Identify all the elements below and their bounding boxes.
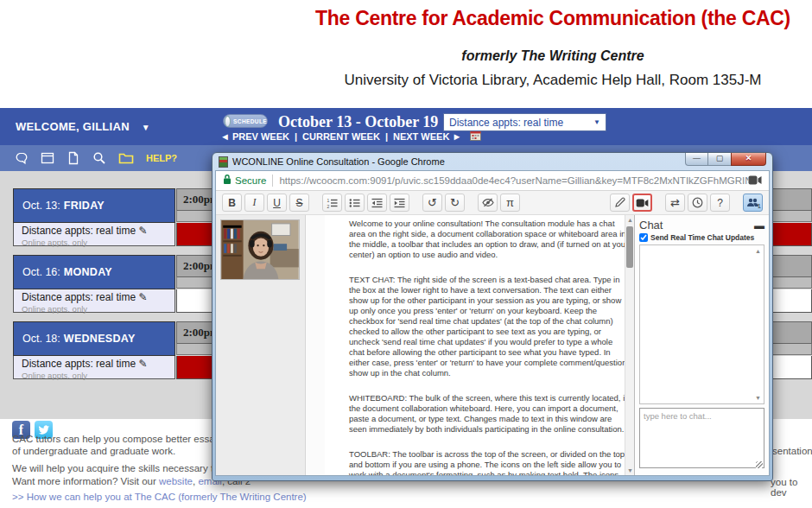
outdent-button[interactable] [367, 194, 387, 212]
scroll-up-icon[interactable]: ▲ [753, 248, 763, 254]
page-header: The Centre for Academic Communication (t… [294, 0, 812, 89]
video-camera-button[interactable] [632, 194, 652, 212]
window-title: WCONLINE Online Consultation - Google Ch… [232, 156, 445, 167]
document-icon[interactable] [67, 151, 80, 165]
day-header-friday: Oct. 13:FRIDAY [13, 188, 175, 223]
wb-line: 2 [344, 264, 631, 274]
participants-button[interactable]: 1 [743, 194, 763, 212]
undo-button[interactable]: ↺ [422, 194, 442, 212]
indent-button[interactable] [390, 194, 409, 212]
whiteboard-text[interactable]: 1Welcome to your online consultation! Th… [344, 215, 634, 475]
cac-help-link[interactable]: >> How we can help you at The CAC (forme… [12, 492, 307, 502]
redo-button[interactable]: ↻ [445, 194, 465, 212]
footer-text-2-fragment: sentations [772, 446, 812, 456]
chat-panel: Chat ▬ Send Real Time Chat Updates ▲ ▼ [634, 215, 769, 475]
realtime-updates-checkbox[interactable] [639, 233, 648, 242]
next-week-link[interactable]: NEXT WEEK ► [393, 131, 461, 142]
week-range-label: October 13 - October 19 [278, 113, 438, 131]
wconline-window: WCONLINE Online Consultation - Google Ch… [212, 152, 773, 481]
appt-row-monday[interactable]: Distance appts: real time ✎ Online appts… [13, 289, 175, 313]
scroll-down-icon[interactable]: ▼ [625, 467, 634, 473]
separator: | [385, 131, 388, 142]
edit-pencil-icon[interactable]: ✎ [138, 291, 147, 303]
underline-button[interactable]: U [267, 194, 287, 212]
page-title: The Centre for Academic Communication (t… [294, 7, 812, 30]
bold-button[interactable]: B [222, 194, 242, 212]
wb-line: 3TEXT CHAT: The right side of the screen… [344, 274, 631, 382]
editor-toolbar: B I U S 12 ↺ ↻ π ⇄ ? [216, 191, 769, 215]
import-export-button[interactable]: ⇄ [665, 194, 685, 212]
footer-text-4-fragment: you to dev [771, 477, 812, 498]
calendar-picker-icon[interactable] [470, 130, 481, 143]
wb-line: 4 [344, 382, 631, 392]
day-header-monday: Oct. 16:MONDAY [13, 255, 175, 289]
help-link[interactable]: HELP? [146, 153, 177, 163]
week-navigation: ◄ PREV WEEK | CURRENT WEEK | NEXT WEEK ► [220, 130, 481, 143]
page-subtitle: formerly The Writing Centre [294, 48, 812, 64]
bullet-list-button[interactable] [345, 194, 365, 212]
whiteboard-area[interactable]: 1Welcome to your online consultation! Th… [306, 215, 634, 475]
consultation-main: 1Welcome to your online consultation! Th… [216, 215, 769, 475]
lock-icon [223, 173, 232, 188]
hide-names-icon[interactable] [478, 194, 498, 212]
url-text[interactable]: https://wcoocm.com:9091/p/uvic.sc159ddaa… [279, 175, 748, 186]
wconline-app-icon [219, 156, 228, 168]
calendar-icon[interactable] [41, 151, 54, 165]
wb-line: 1Welcome to your online consultation! Th… [344, 218, 631, 264]
window-controls: — ▢ ✕ [685, 153, 766, 166]
distance-appts-select[interactable]: Distance appts: real time ▼ [443, 113, 606, 131]
svg-text:2: 2 [327, 203, 330, 208]
footer-text-2: of undergraduate and graduate work. [12, 446, 175, 456]
top-navbar: WELCOME, GILLIAN ▼ SCHEDULE October 13 -… [0, 108, 812, 145]
select-value: Distance appts: real time [449, 117, 563, 129]
whiteboard-scrollbar[interactable]: ▲ ▼ [625, 215, 634, 475]
appt-row-wednesday[interactable]: Distance appts: real time ✎ Online appts… [13, 356, 175, 379]
help-question-button[interactable]: ? [710, 194, 730, 212]
tab-camera-icon[interactable] [748, 173, 762, 188]
draw-pencil-button[interactable] [610, 194, 630, 212]
schedule-toggle-label: SCHEDULE [233, 118, 267, 124]
welcome-label: WELCOME, GILLIAN [16, 120, 130, 133]
ordered-list-button[interactable]: 12 [322, 194, 342, 212]
close-button[interactable]: ✕ [731, 153, 766, 166]
comment-icon[interactable] [15, 151, 29, 165]
wb-line: 6 [344, 438, 631, 448]
maximize-button[interactable]: ▢ [708, 153, 731, 166]
pi-math-button[interactable]: π [500, 194, 520, 212]
chat-input[interactable] [639, 408, 764, 468]
svg-text:1: 1 [327, 198, 330, 203]
separator: | [295, 131, 297, 142]
history-clock-button[interactable] [688, 194, 707, 212]
website-link[interactable]: website [159, 476, 193, 486]
page-location: University of Victoria Library, Academic… [294, 72, 812, 89]
wb-line: 7TOOLBAR: The toolbar is across the top … [344, 448, 631, 475]
scrollbar-thumb[interactable] [626, 226, 633, 268]
prev-week-link[interactable]: ◄ PREV WEEK [220, 131, 289, 142]
edit-pencil-icon[interactable]: ✎ [138, 225, 147, 237]
italic-button[interactable]: I [244, 194, 264, 212]
video-sidebar [216, 215, 306, 475]
folder-icon[interactable] [118, 151, 132, 165]
search-icon[interactable] [92, 151, 106, 165]
resize-handle[interactable] [756, 461, 763, 468]
address-bar[interactable]: Secure https://wcoocm.com:9091/p/uvic.sc… [216, 171, 769, 191]
participants-count: 1 [758, 202, 761, 210]
minimize-button[interactable]: — [685, 153, 708, 166]
webcam-video-thumbnail[interactable] [220, 219, 300, 280]
chevron-down-icon: ▼ [142, 123, 150, 132]
scroll-up-icon[interactable]: ▲ [625, 217, 634, 223]
chat-messages-area[interactable]: ▲ ▼ [639, 244, 764, 404]
scroll-down-icon[interactable]: ▼ [753, 395, 763, 401]
day-header-wednesday: Oct. 18:WEDNESDAY [13, 321, 175, 356]
select-caret-icon: ▼ [593, 118, 600, 126]
divider [272, 175, 273, 187]
edit-pencil-icon[interactable]: ✎ [138, 358, 147, 370]
current-week-link[interactable]: CURRENT WEEK [302, 131, 380, 142]
toggle-knob [225, 116, 231, 127]
chat-collapse-icon[interactable]: ▬ [754, 222, 764, 229]
chat-title: Chat [639, 219, 663, 232]
schedule-toggle[interactable]: SCHEDULE [223, 114, 268, 128]
strikethrough-button[interactable]: S [289, 194, 309, 212]
welcome-menu[interactable]: WELCOME, GILLIAN ▼ [16, 120, 150, 133]
appt-row-friday[interactable]: Distance appts: real time ✎ Online appts… [13, 223, 175, 246]
